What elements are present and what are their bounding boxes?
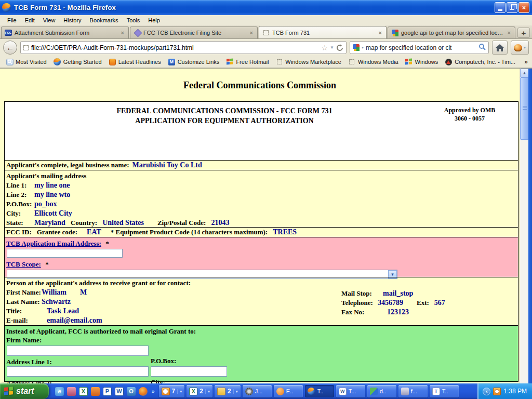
home-button[interactable] <box>492 41 508 55</box>
task-button-firefox[interactable]: T.. <box>305 385 334 397</box>
menu-history[interactable]: History <box>59 16 85 24</box>
windows-flag-icon <box>227 58 234 65</box>
bookmark-windows-media[interactable]: Windows Media <box>345 58 401 66</box>
task-button-6[interactable]: f... <box>398 385 428 397</box>
group-button-excel[interactable]: X 2 ▾ <box>187 385 212 397</box>
group-button-folder[interactable]: 2 ▾ <box>215 385 241 397</box>
bookmark-free-hotmail[interactable]: Free Hotmail <box>223 58 271 66</box>
new-tab-button[interactable]: + <box>517 28 530 38</box>
bookmark-customize-links[interactable]: M Customize Links <box>165 58 222 66</box>
ext-label: Ext: <box>417 299 429 307</box>
tab-close-icon[interactable]: × <box>378 30 383 36</box>
tab-close-icon[interactable]: × <box>249 30 254 36</box>
tab-tcb-form-731[interactable]: TCB Form 731 × <box>259 26 387 38</box>
addon-icon <box>514 44 522 51</box>
media-player-icon[interactable] <box>139 387 148 396</box>
scrollbar-up-icon[interactable]: ▲ <box>520 69 529 77</box>
tcb-scope-required: * <box>45 260 49 268</box>
addon-button[interactable]: ▾ <box>511 41 529 55</box>
address-line1-input[interactable] <box>7 366 149 377</box>
group-dropdown-icon[interactable]: ▾ <box>177 389 182 394</box>
telephone-value: 3456789 <box>378 299 403 307</box>
excel-icon[interactable]: X <box>79 387 88 396</box>
telephone-label: Telephone: <box>341 299 378 307</box>
address-line2-label: Address Line 2: <box>6 379 52 383</box>
word-icon[interactable]: W <box>115 387 124 396</box>
zip-label: Zip/Postal Code: <box>157 219 206 227</box>
omb-approval: Approved by OMB 3060 - 0057 <box>436 106 503 123</box>
group-dropdown-icon[interactable]: ▾ <box>205 389 210 394</box>
task-button-2[interactable]: E.. <box>274 385 303 397</box>
grant-pobox-label: P.O.Box: <box>151 357 176 365</box>
page-title: Federal Communications Commission <box>0 80 520 91</box>
tcb-scope-label: TCB Scope: <box>6 260 41 268</box>
reload-icon[interactable] <box>336 44 343 51</box>
menu-view[interactable]: View <box>39 16 60 24</box>
tab-fcc-tcb-filing[interactable]: FCC TCB Electronic Filing Site × <box>130 26 258 38</box>
grant-pobox-input[interactable] <box>151 366 227 377</box>
tray-clock-icon <box>493 388 501 395</box>
menu-file[interactable]: File <box>3 16 21 24</box>
business-name-label: Applicant's complete, legal business nam… <box>6 161 129 169</box>
url-dropdown-icon[interactable]: ▼ <box>330 45 334 50</box>
group-button-clock[interactable]: 7 ▾ <box>159 385 185 397</box>
access-icon[interactable] <box>67 387 76 396</box>
grant-mailing-section: Instead of Applicant, FCC is authorized … <box>5 325 518 381</box>
taskbar: start e X P W O » 7 ▾ X 2 ▾ <box>0 383 532 399</box>
task-button-7[interactable]: T T.. <box>430 385 459 397</box>
group-dropdown-icon[interactable]: ▾ <box>233 389 238 394</box>
vertical-scrollbar[interactable]: ▲ <box>520 69 528 383</box>
tcb-email-input[interactable] <box>7 249 123 258</box>
contact-person-section: Person at the applicant's address to rec… <box>5 277 518 325</box>
search-engine-dropdown-icon[interactable]: ▾ <box>362 45 364 50</box>
firm-name-input[interactable] <box>7 345 149 356</box>
powerpoint-icon[interactable] <box>91 387 100 396</box>
tray-chevron-icon[interactable]: ‹ <box>483 388 490 395</box>
bookmark-latest-headlines[interactable]: Latest Headlines <box>106 58 164 66</box>
tab-attachment-submission[interactable]: FCC Attachment Submission Form × <box>1 26 129 38</box>
menu-edit[interactable]: Edit <box>21 16 39 24</box>
line2-label: Line 2: <box>6 191 34 199</box>
menu-help[interactable]: Help <box>144 16 164 24</box>
minimize-button[interactable] <box>495 2 506 13</box>
bookmark-getting-started[interactable]: Getting Started <box>51 58 104 66</box>
tab-strip: FCC Attachment Submission Form × FCC TCB… <box>0 25 532 39</box>
computech-icon <box>445 59 452 65</box>
publisher-icon[interactable]: P <box>103 387 112 396</box>
url-bar[interactable]: ☆ ▼ <box>20 41 347 54</box>
tab-google-api-map[interactable]: google api to get map for specified loca… <box>388 26 515 38</box>
line1-value: my line one <box>34 181 70 190</box>
start-button[interactable]: start <box>0 383 49 399</box>
fcc-form-731: FEDERAL COMMUNICATIONS COMMISSION - FCC … <box>4 101 518 382</box>
restore-button[interactable] <box>507 2 517 13</box>
tab-label: google api to get map for specified loca… <box>401 30 504 36</box>
contact-email-value: email@email.com <box>47 316 102 325</box>
search-magnifier-icon[interactable] <box>478 43 486 52</box>
scrollbar-thumb[interactable] <box>520 77 529 140</box>
blue-t-app-icon: T <box>432 388 440 395</box>
bookmark-most-visited[interactable]: Most Visited <box>3 58 49 66</box>
url-input[interactable] <box>31 44 319 51</box>
task-button-1[interactable]: J... <box>243 385 272 397</box>
excel-group-icon: X <box>189 388 197 395</box>
task-button-4[interactable]: W T... <box>336 385 365 397</box>
tab-close-icon[interactable]: × <box>120 30 125 36</box>
search-bar[interactable]: ▾ <box>350 41 489 54</box>
outlook-icon[interactable]: O <box>127 387 136 396</box>
bookmark-computech[interactable]: Computech, Inc. - Tim... <box>442 58 518 66</box>
bookmark-star-icon[interactable]: ☆ <box>322 44 328 52</box>
fax-label: Fax No: <box>341 308 378 316</box>
bookmark-windows[interactable]: Windows <box>403 58 441 66</box>
tab-close-icon[interactable]: × <box>507 30 512 36</box>
back-button[interactable]: ← <box>3 41 17 55</box>
first-name-value: William <box>42 288 66 297</box>
bookmark-windows-marketplace[interactable]: Windows Marketplace <box>273 58 344 66</box>
search-input[interactable] <box>366 44 476 51</box>
bookmarks-overflow-chevron-icon[interactable]: » <box>524 58 529 65</box>
menu-tools[interactable]: Tools <box>123 16 144 24</box>
quick-launch-overflow-icon[interactable]: » <box>152 389 155 394</box>
menu-bookmarks[interactable]: Bookmarks <box>86 16 123 24</box>
ie-icon[interactable]: e <box>55 387 64 396</box>
task-button-5[interactable]: d.. <box>367 385 396 397</box>
close-button[interactable]: × <box>518 2 529 13</box>
